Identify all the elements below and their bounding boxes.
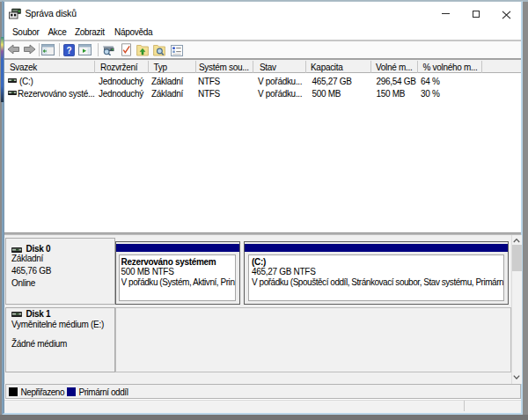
svg-text:?: ? xyxy=(66,46,71,55)
